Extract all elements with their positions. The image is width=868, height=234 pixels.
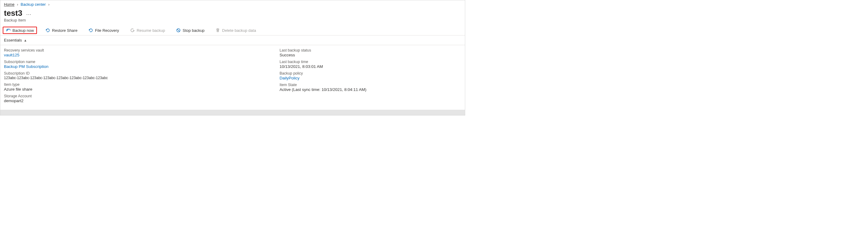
subscription-name-label: Subscription name	[4, 60, 268, 64]
stop-backup-label: Stop backup	[183, 28, 205, 33]
last-backup-time-value: 10/13/2021, 8:03:01 AM	[280, 64, 461, 69]
file-recovery-button[interactable]: File Recovery	[86, 27, 121, 34]
more-actions-button[interactable]: …	[26, 10, 32, 17]
stop-backup-icon	[176, 28, 181, 33]
delete-backup-data-label: Delete backup data	[222, 28, 256, 33]
breadcrumb: Home › Backup center ›	[0, 0, 465, 7]
subscription-id-value: 123abc-123abc-123abc-123abc-123abc-123ab…	[4, 76, 268, 80]
subscription-id-label: Subscription ID	[4, 71, 268, 76]
backup-now-icon	[6, 28, 10, 33]
page-subtitle: Backup Item	[0, 18, 465, 26]
subscription-name-link[interactable]: Backup PM Subscription	[4, 64, 268, 69]
chevron-up-icon: ▲	[24, 38, 27, 42]
breadcrumb-home[interactable]: Home	[4, 2, 14, 7]
essentials-toggle[interactable]: Essentials ▲	[0, 35, 465, 45]
item-type-value: Azure file share	[4, 87, 268, 91]
footer-strip	[0, 110, 465, 115]
resume-backup-button: Resume backup	[127, 27, 167, 34]
last-backup-time-label: Last backup time	[280, 60, 461, 64]
page-title: test3	[4, 8, 23, 18]
essentials-panel: Recovery services vault vault125 Subscri…	[0, 45, 465, 110]
delete-icon	[215, 28, 220, 33]
recovery-vault-label: Recovery services vault	[4, 48, 268, 53]
item-state-label: Item State	[280, 83, 461, 87]
item-type-label: Item type	[4, 83, 268, 87]
backup-now-label: Backup now	[12, 28, 34, 33]
recovery-vault-link[interactable]: vault125	[4, 53, 268, 57]
essentials-label: Essentials	[4, 38, 22, 42]
breadcrumb-separator-icon: ›	[48, 2, 50, 7]
resume-backup-label: Resume backup	[136, 28, 165, 33]
item-state-value: Active (Last sync time: 10/13/2021, 8:04…	[280, 87, 461, 92]
restore-share-button[interactable]: Restore Share	[43, 27, 80, 34]
file-recovery-label: File Recovery	[95, 28, 119, 33]
svg-line-1	[178, 29, 180, 31]
file-recovery-icon	[88, 28, 93, 33]
restore-share-icon	[45, 28, 50, 33]
breadcrumb-separator-icon: ›	[17, 2, 18, 7]
storage-account-label: Storage Account	[4, 94, 268, 98]
breadcrumb-backup-center[interactable]: Backup center	[21, 2, 46, 7]
last-backup-status-label: Last backup status	[280, 48, 461, 53]
stop-backup-button[interactable]: Stop backup	[174, 27, 207, 34]
restore-share-label: Restore Share	[52, 28, 78, 33]
resume-backup-icon	[130, 28, 135, 33]
action-toolbar: Backup now Restore Share File Recovery	[0, 26, 465, 35]
backup-now-button[interactable]: Backup now	[3, 27, 37, 34]
storage-account-value: demopart2	[4, 98, 268, 103]
backup-policy-link[interactable]: DailyPolicy	[280, 76, 461, 80]
delete-backup-data-button: Delete backup data	[213, 27, 258, 34]
last-backup-status-value: Success	[280, 53, 461, 57]
backup-policy-label: Backup policy	[280, 71, 461, 76]
